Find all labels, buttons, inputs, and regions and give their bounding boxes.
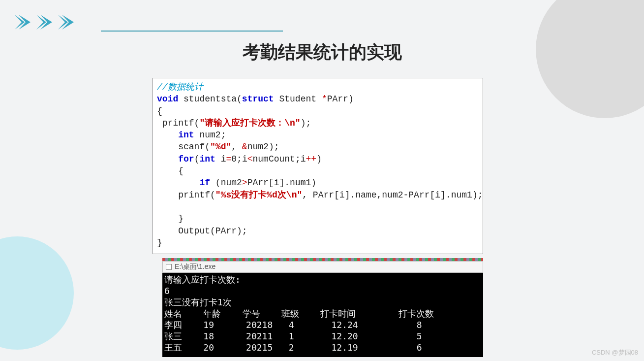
chevron-icon (36, 15, 56, 30)
console-data-row: 张三 18 20211 1 12.20 5 (164, 331, 422, 341)
chevron-decor (15, 15, 78, 30)
console-line: 6 (164, 286, 170, 296)
watermark: CSDN @梦园08 (592, 348, 638, 357)
console-window: E:\桌面\1.exe 请输入应打卡次数: 6 张三没有打卡1次 姓名 年龄 学… (162, 256, 483, 357)
chevron-icon (15, 15, 34, 30)
console-data-row: 李四 19 20218 4 12.24 8 (164, 320, 422, 330)
console-data-row: 王五 20 20215 2 12.19 6 (164, 342, 422, 353)
console-line: 请输入应打卡次数: (164, 274, 241, 285)
console-line: 张三没有打卡1次 (164, 297, 232, 307)
divider-line (101, 31, 283, 32)
code-snippet: //数据统计 void studentsta(struct Student *P… (153, 78, 483, 254)
page-title: 考勤结果统计的实现 (0, 40, 644, 65)
console-titlebar: E:\桌面\1.exe (162, 261, 483, 273)
svg-marker-4 (58, 15, 68, 30)
console-output: 请输入应打卡次数: 6 张三没有打卡1次 姓名 年龄 学号 班级 打卡时间 打卡… (162, 273, 483, 357)
console-path: E:\桌面\1.exe (175, 263, 215, 271)
bg-circle-bottom-left (0, 236, 74, 350)
chevron-icon (58, 15, 78, 30)
code-comment: //数据统计 (157, 82, 203, 92)
window-icon (166, 264, 172, 270)
svg-marker-0 (15, 15, 25, 30)
console-header-row: 姓名 年龄 学号 班级 打卡时间 打卡次数 (164, 308, 434, 319)
svg-marker-2 (36, 15, 46, 30)
